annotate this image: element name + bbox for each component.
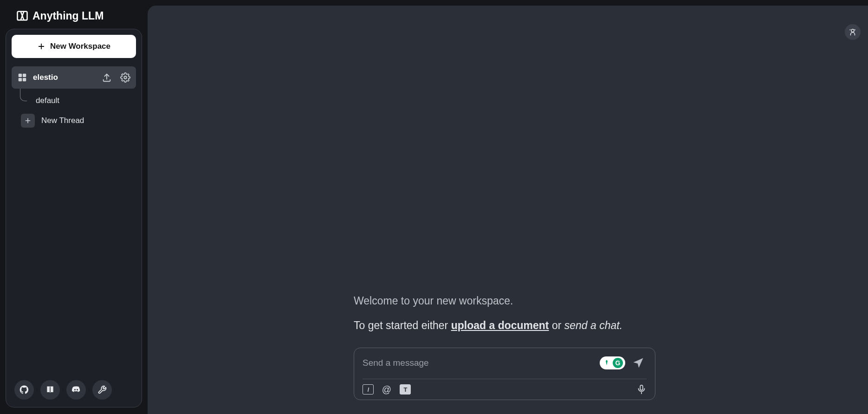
grammarly-badge[interactable]: G [600,356,625,369]
brand-title: Anything LLM [32,10,104,22]
new-workspace-button[interactable]: New Workspace [12,35,136,58]
grid-icon [17,72,27,83]
brand-logo-icon [16,9,29,22]
composer: G / @ [354,348,655,400]
thread-label: default [36,96,59,105]
workspace-name: elestio [33,73,93,82]
docs-icon[interactable] [40,380,60,400]
svg-point-5 [124,76,127,79]
diamond-icon [602,358,611,368]
agent-fab[interactable] [845,24,861,40]
upload-icon[interactable] [102,72,112,83]
svg-rect-3 [19,78,22,81]
grammarly-g-icon: G [613,358,623,368]
mention-button[interactable]: @ [381,384,392,395]
github-icon[interactable] [14,380,34,400]
gear-icon[interactable] [120,72,130,83]
message-input[interactable] [363,358,595,368]
thread-item-default[interactable]: default [15,91,136,110]
plus-square-icon [21,114,35,128]
text-size-button[interactable]: T [400,384,411,395]
settings-icon[interactable] [92,380,112,400]
tree-branch-icon [18,95,29,106]
new-thread-button[interactable]: New Thread [15,110,136,131]
new-workspace-label: New Workspace [50,42,110,51]
slash-command-button[interactable]: / [363,384,374,395]
chat-panel: Welcome to your new workspace. To get st… [148,6,868,414]
welcome-heading: Welcome to your new workspace. [354,295,655,307]
app-brand: Anything LLM [6,6,142,29]
send-button[interactable] [630,355,647,371]
svg-rect-7 [640,385,643,390]
sidebar-panel: New Workspace elestio default [6,29,142,408]
welcome-subheading: To get started either upload a document … [354,319,655,332]
upload-document-link[interactable]: upload a document [451,319,549,331]
new-thread-label: New Thread [41,116,84,125]
microphone-button[interactable] [636,384,647,395]
svg-rect-2 [23,74,26,77]
discord-icon[interactable] [66,380,86,400]
welcome-or: or [549,319,564,331]
svg-rect-4 [23,78,26,81]
sidebar-footer-actions [12,377,136,401]
welcome-em: send a chat. [564,319,622,331]
plus-icon [37,42,45,51]
svg-rect-1 [19,74,22,77]
workspace-item[interactable]: elestio [12,66,136,89]
welcome-prefix: To get started either [354,319,451,331]
svg-point-6 [851,29,854,32]
